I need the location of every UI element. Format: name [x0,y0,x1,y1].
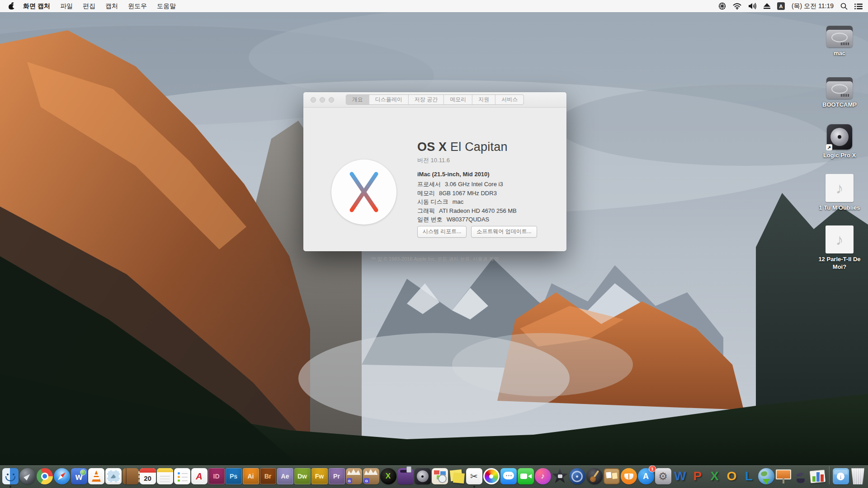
dock-safari[interactable] [53,468,71,485]
dock-keynote-09[interactable] [775,468,792,485]
desktop-icons: macBOOTCAMP↗Logic Pro X♪1 Tu M'Oublies♪1… [812,12,867,328]
eject-icon[interactable] [764,0,770,12]
system-report-button[interactable]: 시스템 리포트... [417,226,467,238]
photos-icon [483,468,500,484]
wifi-icon[interactable] [733,0,741,12]
dock-reminders[interactable] [174,468,191,485]
tab-3[interactable]: 메모리 [443,95,472,104]
dock-box-app-2[interactable]: G [363,468,380,485]
dock-logic-pro-x[interactable] [414,468,431,485]
dock-bridge[interactable]: Br [259,468,277,485]
dock-quark-x-app[interactable]: X [380,468,397,485]
pages-09-icon: ✒ [793,468,809,484]
dock-separator [829,466,830,484]
dock-downloads-folder[interactable]: ↓ [832,468,849,485]
os-x-logo [331,160,396,225]
dock-maps-compass-app[interactable] [431,468,448,485]
copyright-footer[interactable]: ™ 및 © 1983-2016 Apple Inc. 모든 권리 보유. 사용권… [303,256,566,263]
desktop-icon-audio-file-1[interactable]: ♪1 Tu M'Oublies [812,174,867,212]
logic-pro-x-icon [415,468,431,484]
dock-trash[interactable] [849,468,867,485]
dock-app-store[interactable]: A1 [637,468,655,485]
close-button[interactable] [311,97,316,103]
acrobat-icon: A [191,468,208,484]
dock-messages[interactable] [500,468,517,485]
menu-bar-clock[interactable]: (목) 오전 11:19 [792,2,834,10]
dock-notes[interactable] [156,468,174,485]
tab-1[interactable]: 디스플레이 [369,95,408,104]
tab-0[interactable]: 개요 [346,95,369,104]
fan-icon[interactable] [718,0,726,12]
dock-pages-09[interactable]: ✒ [792,468,809,485]
menu-item-3[interactable]: 캡처 [100,0,123,12]
dock-contacts[interactable] [122,468,139,485]
dock-idvd[interactable] [569,468,586,485]
spotlight-icon[interactable] [840,0,848,12]
desktop-icon-disk-bootcamp[interactable]: BOOTCAMP [812,77,867,109]
dock-numbers-09[interactable] [809,468,826,485]
minimize-button[interactable] [320,97,325,103]
dock-ms-excel[interactable]: X [706,468,723,485]
notification-center-icon[interactable] [854,0,863,12]
dock-calendar[interactable]: 20 [139,468,156,485]
dock-system-preferences[interactable]: ⚙ [655,468,672,485]
dock-photoshop[interactable]: Ps [225,468,242,485]
dock-dreamweaver[interactable]: Dw [294,468,311,485]
window-titlebar[interactable]: 개요디스플레이저장 공간메모리지원서비스 [303,92,566,108]
ms-lync-icon: L [741,468,757,484]
apple-menu[interactable] [5,0,18,12]
spec-list: 프로세서3.06 GHz Intel Core i3메모리8GB 1067 MH… [417,180,557,224]
tab-2[interactable]: 저장 공간 [408,95,443,104]
dock-screen-capture-app[interactable]: ✂ [466,468,483,485]
dock-garageband[interactable] [586,468,603,485]
dock-indesign[interactable]: ID [208,468,225,485]
dock-fireworks[interactable]: Fw [311,468,328,485]
menu-item-4[interactable]: 윈도우 [123,0,152,12]
screen-capture-app-icon: ✂ [466,468,482,484]
dock-ms-powerpoint[interactable]: P [689,468,706,485]
menu-item-0[interactable]: 화면 캡처 [18,0,55,12]
menu-items: 화면 캡처파일편집캡처윈도우도움말 [18,0,181,12]
menu-item-2[interactable]: 편집 [78,0,100,12]
imovie-icon [552,468,568,484]
dock-ms-outlook[interactable]: O [723,468,741,485]
zoom-button[interactable] [329,97,334,103]
dock-itunes[interactable]: ♪ [534,468,552,485]
dock-w-globe-app[interactable]: w [71,468,88,485]
reminders-icon [174,468,190,484]
dock-stickies[interactable] [448,468,466,485]
menu-item-5[interactable]: 도움말 [152,0,181,12]
dock-illustrator[interactable]: Ai [242,468,259,485]
dock-facetime[interactable] [517,468,534,485]
desktop-icon-logic-pro-x-alias[interactable]: ↗Logic Pro X [812,124,867,160]
dock-ms-lync[interactable]: L [741,468,758,485]
menu-item-1[interactable]: 파일 [55,0,78,12]
dock-ms-word[interactable]: W [672,468,689,485]
dock-mail[interactable] [105,468,122,485]
dock-finder[interactable] [2,468,19,485]
dock-chrome[interactable] [36,468,53,485]
dock-ibooks[interactable] [620,468,637,485]
dock-corkboard-photos-app[interactable] [603,468,620,485]
notes-icon [157,468,173,484]
dock-globe-download-app[interactable] [758,468,775,485]
dock-launchpad[interactable] [19,468,36,485]
w-globe-app-icon: w [71,468,87,484]
dock-imovie[interactable] [552,468,569,485]
volume-icon[interactable] [748,0,757,12]
dock-photos[interactable] [483,468,500,485]
dock-acrobat[interactable]: A [191,468,208,485]
input-source-icon[interactable]: A [777,2,785,10]
desktop-icon-disk-mac[interactable]: mac [812,26,867,57]
dock-after-effects[interactable]: Ae [277,468,294,485]
dock-toaster-device-app[interactable] [397,468,414,485]
software-update-button[interactable]: 소프트웨어 업데이트... [471,226,537,238]
dock-box-app-1[interactable]: G [345,468,363,485]
indesign-icon: ID [208,468,225,484]
desktop-icon-audio-file-2[interactable]: ♪12 Parle-T-Il De Moi? [812,225,867,271]
dock-vlc[interactable] [88,468,105,485]
dock-premiere[interactable]: Pr [328,468,345,485]
mail-icon [105,468,122,484]
tab-5[interactable]: 서비스 [495,95,524,104]
tab-4[interactable]: 지원 [472,95,495,104]
